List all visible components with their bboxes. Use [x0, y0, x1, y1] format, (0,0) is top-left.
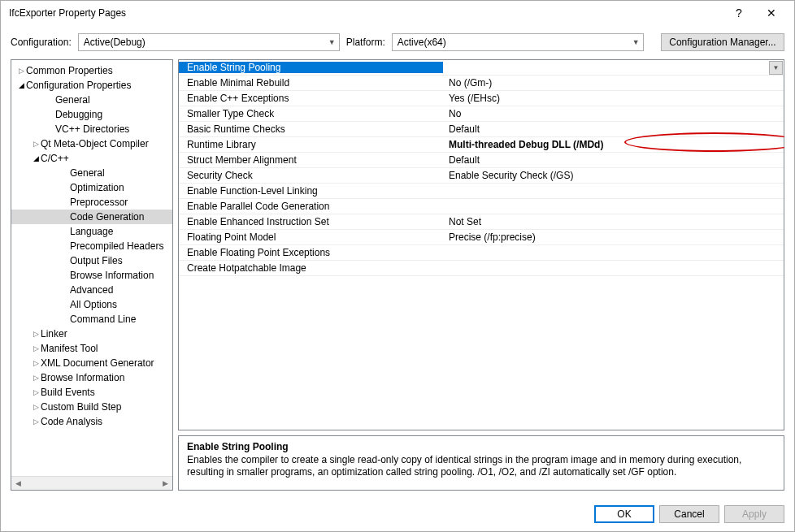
tree-item-precompiled-headers[interactable]: Precompiled Headers — [11, 239, 172, 253]
tree-item-linker[interactable]: ▷Linker — [11, 327, 172, 341]
tree-item-browse-information[interactable]: Browse Information — [11, 268, 172, 283]
tree-item-label: Output Files — [70, 255, 123, 266]
cancel-button[interactable]: Cancel — [659, 505, 719, 523]
grid-property-label: Security Check — [179, 170, 444, 181]
help-button[interactable]: ? — [723, 6, 755, 19]
tree-item-common-properties[interactable]: ▷Common Properties — [11, 63, 172, 78]
tree-item-preprocessor[interactable]: Preprocessor — [11, 195, 172, 210]
configuration-dropdown[interactable]: Active(Debug) ▼ — [78, 33, 340, 51]
chevron-down-icon: ▼ — [632, 38, 640, 46]
grid-property-value[interactable]: No (/Gm-) — [444, 77, 784, 89]
tree-item-debugging[interactable]: Debugging — [11, 107, 172, 122]
tree-item-browse-information[interactable]: ▷Browse Information — [11, 370, 172, 385]
tree-item-optimization[interactable]: Optimization — [11, 180, 172, 195]
tree-item-label: Advanced — [70, 284, 113, 296]
grid-row-floating-point-model[interactable]: Floating Point ModelPrecise (/fp:precise… — [179, 230, 784, 245]
tree-item-label: Linker — [41, 328, 67, 340]
grid-property-label: Runtime Library — [179, 139, 444, 150]
tree-item-code-analysis[interactable]: ▷Code Analysis — [11, 414, 172, 429]
tree-item-command-line[interactable]: Command Line — [11, 312, 172, 327]
grid-row-struct-member-alignment[interactable]: Struct Member AlignmentDefault — [179, 153, 784, 168]
apply-button[interactable]: Apply — [724, 505, 784, 523]
tree-item-vc-directories[interactable]: VC++ Directories — [11, 122, 172, 136]
grid-property-value[interactable]: Default — [444, 154, 784, 166]
tree-item-label: General — [55, 94, 90, 106]
configuration-label: Configuration: — [11, 37, 72, 48]
grid-row-enable-parallel-code-generation[interactable]: Enable Parallel Code Generation — [179, 199, 784, 214]
tree-item-language[interactable]: Language — [11, 224, 172, 239]
grid-property-label: Enable String Pooling — [179, 62, 444, 73]
tree-arrow-closed-icon[interactable]: ▷ — [31, 359, 41, 367]
grid-property-value[interactable]: Yes (/EHsc) — [444, 93, 784, 104]
tree-item-label: Browse Information — [41, 372, 124, 383]
tree-item-advanced[interactable]: Advanced — [11, 283, 172, 297]
tree-item-xml-document-generator[interactable]: ▷XML Document Generator — [11, 356, 172, 370]
tree-arrow-open-icon[interactable]: ◢ — [31, 154, 41, 162]
grid-property-label: Smaller Type Check — [179, 108, 444, 119]
tree-arrow-closed-icon[interactable]: ▷ — [31, 388, 41, 396]
tree-arrow-closed-icon[interactable]: ▷ — [31, 417, 41, 426]
grid-property-value[interactable]: Enable Security Check (/GS) — [444, 170, 784, 181]
tree-item-label: Precompiled Headers — [70, 240, 163, 252]
tree-item-build-events[interactable]: ▷Build Events — [11, 385, 172, 400]
tree-item-all-options[interactable]: All Options — [11, 297, 172, 312]
grid-row-enable-enhanced-instruction-set[interactable]: Enable Enhanced Instruction SetNot Set — [179, 214, 784, 230]
horizontal-scrollbar[interactable]: ◀ ▶ — [11, 476, 172, 490]
grid-row-enable-c-exceptions[interactable]: Enable C++ ExceptionsYes (/EHsc) — [179, 91, 784, 106]
grid-row-enable-floating-point-exceptions[interactable]: Enable Floating Point Exceptions — [179, 245, 784, 261]
grid-property-label: Enable C++ Exceptions — [179, 93, 444, 104]
tree-item-label: Qt Meta-Object Compiler — [41, 138, 149, 149]
grid-cell-dropdown-button[interactable]: ▼ — [769, 61, 783, 75]
close-button[interactable]: ✕ — [755, 6, 788, 19]
grid-property-value[interactable]: No — [444, 108, 784, 119]
tree-item-label: Common Properties — [26, 65, 113, 76]
tree-item-label: Build Events — [41, 387, 95, 398]
tree-item-label: Custom Build Step — [41, 401, 121, 413]
tree-item-configuration-properties[interactable]: ◢Configuration Properties — [11, 78, 172, 93]
tree-item-general[interactable]: General — [11, 166, 172, 180]
property-tree[interactable]: ▷Common Properties◢Configuration Propert… — [11, 60, 172, 476]
tree-item-qt-meta-object-compiler[interactable]: ▷Qt Meta-Object Compiler — [11, 136, 172, 151]
grid-row-enable-function-level-linking[interactable]: Enable Function-Level Linking — [179, 184, 784, 199]
grid-property-value[interactable]: Not Set — [444, 216, 784, 227]
grid-row-runtime-library[interactable]: Runtime LibraryMulti-threaded Debug DLL … — [179, 137, 784, 153]
tree-arrow-closed-icon[interactable]: ▷ — [31, 330, 41, 338]
tree-item-label: Debugging — [55, 109, 102, 120]
tree-item-code-generation[interactable]: Code Generation — [11, 210, 172, 224]
configuration-manager-button[interactable]: Configuration Manager... — [661, 33, 784, 51]
tree-arrow-closed-icon[interactable]: ▷ — [31, 403, 41, 411]
grid-property-label: Create Hotpatchable Image — [179, 262, 444, 274]
grid-row-enable-minimal-rebuild[interactable]: Enable Minimal RebuildNo (/Gm-) — [179, 76, 784, 91]
tree-arrow-closed-icon[interactable]: ▷ — [16, 67, 26, 75]
chevron-down-icon: ▼ — [328, 38, 336, 46]
scroll-left-icon[interactable]: ◀ — [11, 479, 25, 487]
platform-dropdown[interactable]: Active(x64) ▼ — [392, 33, 644, 51]
tree-item-label: Code Analysis — [41, 416, 102, 427]
tree-arrow-closed-icon[interactable]: ▷ — [31, 140, 41, 148]
grid-property-label: Enable Floating Point Exceptions — [179, 247, 444, 258]
grid-property-label: Enable Function-Level Linking — [179, 185, 444, 197]
grid-property-value[interactable]: Precise (/fp:precise) — [444, 231, 784, 243]
tree-item-manifest-tool[interactable]: ▷Manifest Tool — [11, 341, 172, 356]
scroll-right-icon[interactable]: ▶ — [159, 479, 172, 487]
grid-row-create-hotpatchable-image[interactable]: Create Hotpatchable Image — [179, 261, 784, 276]
tree-item-custom-build-step[interactable]: ▷Custom Build Step — [11, 400, 172, 414]
tree-item-c-c-[interactable]: ◢C/C++ — [11, 151, 172, 166]
ok-button[interactable]: OK — [594, 505, 654, 523]
tree-item-general[interactable]: General — [11, 93, 172, 107]
grid-property-label: Struct Member Alignment — [179, 154, 444, 166]
grid-row-smaller-type-check[interactable]: Smaller Type CheckNo — [179, 106, 784, 122]
tree-arrow-closed-icon[interactable]: ▷ — [31, 344, 41, 353]
tree-item-label: Preprocessor — [70, 197, 128, 208]
grid-property-value[interactable]: Default — [444, 123, 784, 135]
grid-row-enable-string-pooling[interactable]: Enable String Pooling — [179, 60, 784, 76]
grid-row-security-check[interactable]: Security CheckEnable Security Check (/GS… — [179, 168, 784, 184]
tree-panel: ▷Common Properties◢Configuration Propert… — [11, 59, 173, 491]
tree-arrow-closed-icon[interactable]: ▷ — [31, 374, 41, 382]
tree-item-output-files[interactable]: Output Files — [11, 253, 172, 268]
tree-arrow-open-icon[interactable]: ◢ — [16, 81, 26, 89]
grid-property-value[interactable]: Multi-threaded Debug DLL (/MDd) — [444, 139, 784, 150]
tree-item-label: Configuration Properties — [26, 80, 131, 91]
property-grid[interactable]: Enable String PoolingEnable Minimal Rebu… — [179, 60, 784, 430]
grid-row-basic-runtime-checks[interactable]: Basic Runtime ChecksDefault — [179, 122, 784, 137]
